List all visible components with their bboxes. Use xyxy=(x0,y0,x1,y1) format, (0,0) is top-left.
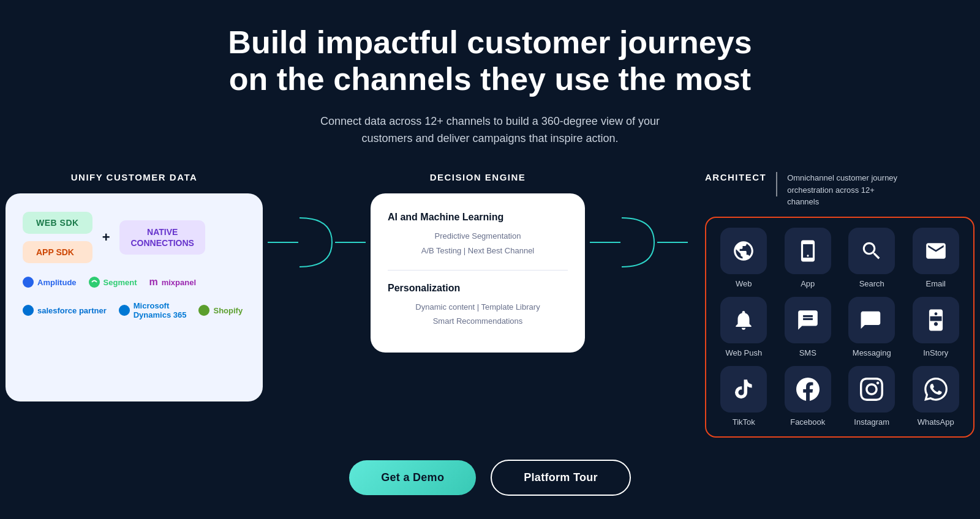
web-icon xyxy=(732,239,755,263)
mixpanel-icon: m xyxy=(149,277,157,288)
channel-label-messaging: Messaging xyxy=(853,348,891,357)
channel-label-web-push: Web Push xyxy=(725,348,762,357)
channel-whatsapp: WhatsApp xyxy=(908,366,964,427)
buttons-row: Get a Demo Platform Tour xyxy=(349,460,631,496)
channel-icon-wrap-app xyxy=(785,228,831,274)
dynamics-label: MicrosoftDynamics 365 xyxy=(134,301,187,319)
channel-label-email: Email xyxy=(925,279,946,288)
channel-icon-wrap-web xyxy=(720,228,767,274)
amplitude-dot xyxy=(23,277,34,288)
connector-2 xyxy=(585,215,693,270)
main-title: Build impactful customer journeys on the… xyxy=(214,24,766,98)
unify-card: WEB SDK APP SDK + NATIVECONNECTIONS Ampl… xyxy=(6,193,263,401)
native-connections-badge: NATIVECONNECTIONS xyxy=(119,220,205,255)
decision-column: DECISION ENGINE AI and Machine Learning … xyxy=(371,172,585,353)
channel-icon-wrap-web-push xyxy=(720,297,767,343)
channel-icon-wrap-tiktok xyxy=(720,366,767,413)
salesforce-dot xyxy=(23,305,34,316)
decision-section-ai: AI and Machine Learning Predictive Segme… xyxy=(388,212,568,271)
shopify-label: Shopify xyxy=(213,306,243,315)
architect-title: ARCHITECT xyxy=(705,172,766,182)
channel-icon-wrap-search xyxy=(848,228,895,274)
svg-point-0 xyxy=(89,277,100,288)
amplitude-label: Amplitude xyxy=(37,278,77,287)
connector-1 xyxy=(263,215,371,270)
decision-ai-items: Predictive Segmentation A/B Testing | Ne… xyxy=(388,229,568,258)
channel-web-push: Web Push xyxy=(716,297,772,357)
logo-dynamics: MicrosoftDynamics 365 xyxy=(119,301,187,319)
channel-icon-wrap-facebook xyxy=(785,366,831,413)
channel-label-app: App xyxy=(801,279,815,288)
channel-messaging: Messaging xyxy=(844,297,900,357)
architect-column: ARCHITECT Omnichannel customer journey o… xyxy=(693,172,974,438)
channel-web: Web xyxy=(716,228,772,288)
channel-icon-wrap-instagram xyxy=(848,366,895,413)
web-sdk-badge: WEB SDK xyxy=(23,212,92,234)
sms-icon xyxy=(796,308,820,332)
channel-grid: Web App Search xyxy=(716,228,963,427)
tiktok-icon xyxy=(732,378,755,401)
app-sdk-badge: APP SDK xyxy=(23,241,92,263)
instagram-icon xyxy=(860,378,883,401)
channel-email: Email xyxy=(908,228,964,288)
plus-sign: + xyxy=(102,230,110,245)
messaging-icon xyxy=(860,308,883,332)
conn-line-1 xyxy=(268,242,298,243)
logo-salesforce: salesforce partner xyxy=(23,305,107,316)
conn-line-2 xyxy=(335,242,366,243)
page-wrapper: Build impactful customer journeys on the… xyxy=(0,0,980,519)
channel-instory: InStory xyxy=(908,297,964,357)
channel-label-search: Search xyxy=(859,279,884,288)
channel-label-tiktok: TikTok xyxy=(733,417,755,427)
channel-icon-wrap-email xyxy=(913,228,959,274)
arch-divider xyxy=(776,172,777,196)
channel-tiktok: TikTok xyxy=(716,366,772,427)
app-icon xyxy=(796,239,820,263)
web-push-icon xyxy=(732,308,755,332)
logo-segment: Segment xyxy=(89,277,137,288)
architect-header-row: ARCHITECT Omnichannel customer journey o… xyxy=(705,172,897,208)
logo-amplitude: Amplitude xyxy=(23,277,77,288)
channel-facebook: Facebook xyxy=(780,366,836,427)
facebook-icon xyxy=(796,378,820,401)
subtitle: Connect data across 12+ channels to buil… xyxy=(300,113,680,148)
segment-label: Segment xyxy=(104,278,137,287)
channel-icon-wrap-instory xyxy=(913,297,959,343)
channel-app: App xyxy=(780,228,836,288)
architect-card: Web App Search xyxy=(705,217,974,438)
platform-tour-button[interactable]: Platform Tour xyxy=(491,460,631,496)
sdk-top-row: WEB SDK APP SDK + NATIVECONNECTIONS xyxy=(23,212,246,263)
segment-icon xyxy=(89,277,100,288)
channel-icon-wrap-messaging xyxy=(848,297,895,343)
unify-header: UNIFY CUSTOMER DATA xyxy=(71,172,198,182)
channel-instagram: Instagram xyxy=(844,366,900,427)
columns: UNIFY CUSTOMER DATA WEB SDK APP SDK + NA… xyxy=(43,172,937,438)
email-icon xyxy=(924,239,948,263)
unify-column: UNIFY CUSTOMER DATA WEB SDK APP SDK + NA… xyxy=(6,172,263,401)
instory-icon xyxy=(924,308,948,332)
arch-description: Omnichannel customer journey orchestrati… xyxy=(787,172,897,208)
whatsapp-icon xyxy=(924,378,948,401)
mixpanel-label: mixpanel xyxy=(162,278,196,287)
conn-line-4 xyxy=(657,242,688,243)
decision-header: DECISION ENGINE xyxy=(430,172,526,182)
logo-shopify: Shopify xyxy=(198,305,243,316)
get-demo-button[interactable]: Get a Demo xyxy=(349,460,476,495)
decision-ai-title: AI and Machine Learning xyxy=(388,212,568,223)
logo-mixpanel: m mixpanel xyxy=(149,277,196,288)
logo-row-1: Amplitude Segment m mixpanel xyxy=(23,277,246,288)
connector-curve-1 xyxy=(298,215,335,270)
channel-search: Search xyxy=(844,228,900,288)
channel-label-instagram: Instagram xyxy=(854,417,889,427)
connector-curve-2 xyxy=(620,215,657,270)
decision-section-personalization: Personalization Dynamic content | Templa… xyxy=(388,283,568,329)
decision-card: AI and Machine Learning Predictive Segme… xyxy=(371,193,585,353)
channel-icon-wrap-sms xyxy=(785,297,831,343)
salesforce-label: salesforce partner xyxy=(37,306,107,315)
channel-sms: SMS xyxy=(780,297,836,357)
channel-label-whatsapp: WhatsApp xyxy=(918,417,954,427)
conn-line-3 xyxy=(590,242,620,243)
channel-label-facebook: Facebook xyxy=(790,417,825,427)
shopify-dot xyxy=(198,305,209,316)
logo-row-2: salesforce partner MicrosoftDynamics 365… xyxy=(23,301,246,319)
